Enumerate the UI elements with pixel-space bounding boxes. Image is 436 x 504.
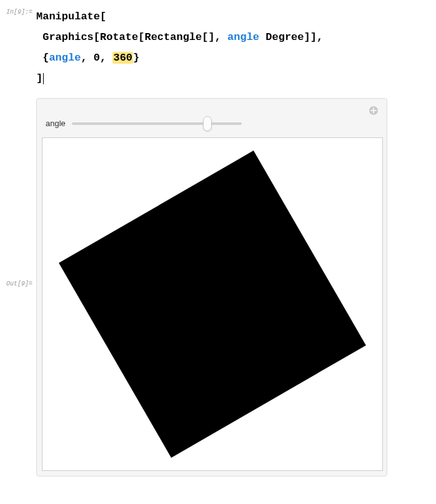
slider-control-row: angle [42, 104, 382, 137]
plus-icon[interactable] [368, 105, 379, 116]
rotated-rectangle [59, 151, 366, 458]
angle-slider[interactable] [72, 117, 242, 130]
output-cell: Out[9]= angle [6, 92, 430, 477]
text-cursor [43, 73, 44, 84]
input-label: In[9]:= [6, 6, 36, 16]
graphics-output[interactable] [42, 137, 383, 471]
code-input[interactable]: Manipulate[ Graphics[Rotate[Rectangle[],… [36, 6, 430, 89]
code-line-2: Graphics[Rotate[Rectangle[], angle Degre… [36, 27, 430, 47]
code-line-4: ] [36, 68, 430, 89]
slider-label: angle [46, 119, 66, 128]
variable-angle: angle [49, 52, 81, 64]
slider-thumb[interactable] [203, 116, 212, 131]
output-label: Out[9]= [6, 280, 31, 287]
code-line-3: {angle, 0, 360} [36, 47, 430, 68]
slider-track [72, 122, 242, 125]
manipulate-panel: angle [36, 98, 387, 477]
variable-angle: angle [227, 31, 259, 43]
input-cell: In[9]:= Manipulate[ Graphics[Rotate[Rect… [6, 6, 430, 89]
input-content[interactable]: Manipulate[ Graphics[Rotate[Rectangle[],… [36, 6, 430, 89]
code-line-1: Manipulate[ [36, 6, 430, 27]
highlighted-number: 360 [112, 52, 133, 64]
